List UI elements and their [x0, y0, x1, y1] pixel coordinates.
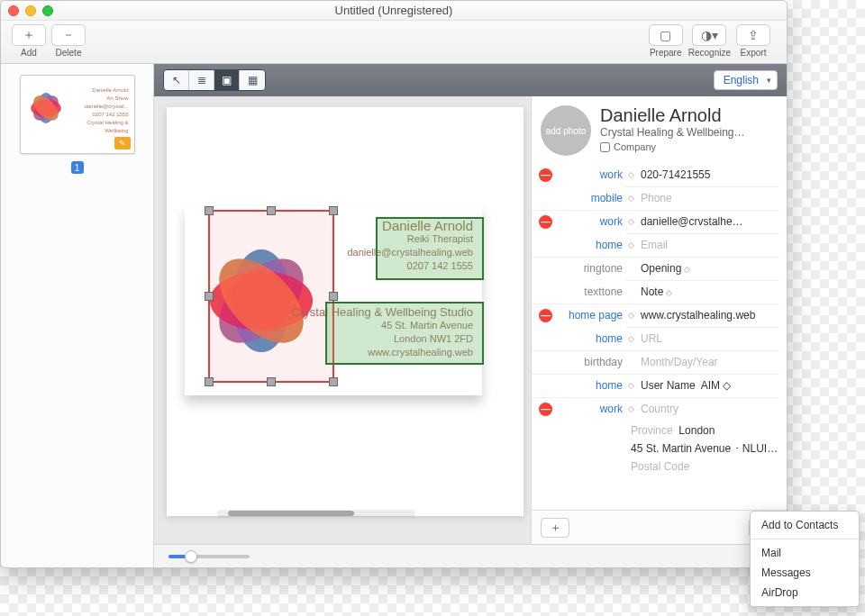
homepage-value[interactable]: www.crystalhealing.web: [641, 309, 779, 322]
add-field-button[interactable]: ＋: [541, 518, 569, 538]
url-home-field[interactable]: URL: [641, 332, 779, 345]
detail-footer: ＋ ⤴: [532, 510, 787, 544]
contact-name[interactable]: Danielle Arnold: [600, 105, 778, 126]
address-block[interactable]: Province London 45 St. Martin Avenue ･ N…: [532, 421, 787, 479]
view-pointer-mode[interactable]: ↖: [164, 70, 189, 90]
zoom-bar: [154, 544, 787, 567]
page-number-badge: 1: [71, 161, 84, 174]
birthday-label: birthday: [558, 356, 623, 368]
secondary-toolbar: ↖ ≣ ▣ ▦ English: [154, 64, 787, 96]
selection-region-green-2[interactable]: [325, 302, 484, 365]
document-icon: ▢: [660, 28, 671, 42]
view-list-mode[interactable]: ≣: [189, 70, 214, 90]
address-label[interactable]: work: [558, 403, 623, 415]
email-work-value[interactable]: danielle@crvstalhe…: [641, 215, 779, 228]
delete-email-work[interactable]: —: [539, 215, 552, 229]
homepage-label[interactable]: home page: [558, 309, 623, 322]
canvas[interactable]: Danielle Arnold Reiki Therapist danielle…: [154, 96, 531, 544]
flower-icon: [26, 88, 66, 128]
toolbar: ＋ Add － Delete ▢ Prepare ◑▾ Recognize ⇪ …: [1, 21, 787, 64]
company-checkbox[interactable]: Company: [600, 141, 778, 152]
menu-airdrop[interactable]: AirDrop: [751, 583, 859, 602]
delete-homepage[interactable]: —: [539, 309, 552, 322]
titlebar: Untitled (Unregistered): [1, 1, 787, 21]
thumbnail-preview-text: Danielle Arnold Art Show danielle@crysta…: [69, 86, 129, 135]
birthday-field[interactable]: Month/Day/Year: [641, 356, 779, 368]
zoom-slider[interactable]: [168, 555, 250, 558]
app-window: Untitled (Unregistered) ＋ Add － Delete ▢…: [0, 0, 788, 568]
email-home-field[interactable]: Email: [641, 239, 779, 251]
ringtone-select[interactable]: Opening: [641, 262, 779, 275]
texttone-label: texttone: [558, 285, 623, 298]
plus-icon: ＋: [23, 27, 35, 43]
ringtone-label: ringtone: [558, 262, 623, 275]
menu-add-to-contacts[interactable]: Add to Contacts: [751, 515, 859, 535]
address-country-field[interactable]: Country: [641, 403, 779, 415]
texttone-select[interactable]: Note: [641, 285, 779, 298]
delete-address[interactable]: —: [539, 403, 552, 416]
selection-region-green-1[interactable]: [376, 217, 484, 280]
contact-details-panel: add photo Danielle Arnold Crystal Healin…: [531, 96, 787, 544]
menu-messages[interactable]: Messages: [751, 563, 859, 583]
email-home-label[interactable]: home: [558, 239, 623, 251]
phone-mobile-label[interactable]: mobile: [558, 192, 623, 204]
phone-mobile-field[interactable]: Phone: [641, 192, 779, 204]
email-work-label[interactable]: work: [558, 215, 623, 228]
minus-icon: －: [62, 27, 75, 43]
export-icon: ⇪: [748, 28, 759, 42]
window-title: Untitled (Unregistered): [1, 4, 787, 17]
sidebar: Danielle Arnold Art Show danielle@crysta…: [1, 64, 154, 567]
delete-phone-work[interactable]: —: [539, 168, 552, 182]
language-selector[interactable]: English: [714, 70, 778, 90]
horizontal-scrollbar[interactable]: [217, 510, 415, 517]
phone-work-value[interactable]: 020-71421555: [641, 168, 779, 181]
recognize-button[interactable]: ◑▾ Recognize: [688, 24, 731, 58]
prepare-button[interactable]: ▢ Prepare: [649, 24, 683, 58]
contact-subtitle: Crystal Healing & Wellbeing…: [600, 126, 771, 139]
view-grid-mode[interactable]: ▦: [240, 70, 265, 90]
page-thumbnail[interactable]: Danielle Arnold Art Show danielle@crysta…: [20, 75, 135, 154]
view-image-mode[interactable]: ▣: [214, 70, 240, 90]
person-icon: ◑▾: [701, 28, 718, 42]
social-username-field[interactable]: User Name AIM ◇: [641, 379, 779, 392]
export-button[interactable]: ⇪ Export: [736, 24, 770, 58]
menu-mail[interactable]: Mail: [751, 543, 859, 563]
view-mode-segmented-control[interactable]: ↖ ≣ ▣ ▦: [163, 69, 266, 91]
selection-region-red[interactable]: [208, 210, 334, 383]
phone-work-label[interactable]: work: [558, 168, 623, 181]
add-button[interactable]: ＋ Add: [12, 24, 46, 58]
delete-button[interactable]: － Delete: [51, 24, 86, 58]
edit-badge-icon: ✎: [114, 137, 131, 149]
url-home-label[interactable]: home: [558, 332, 623, 345]
share-menu: Add to Contacts Mail Messages AirDrop: [750, 511, 860, 607]
avatar-add-photo[interactable]: add photo: [541, 105, 591, 156]
social-home-label[interactable]: home: [558, 379, 623, 392]
